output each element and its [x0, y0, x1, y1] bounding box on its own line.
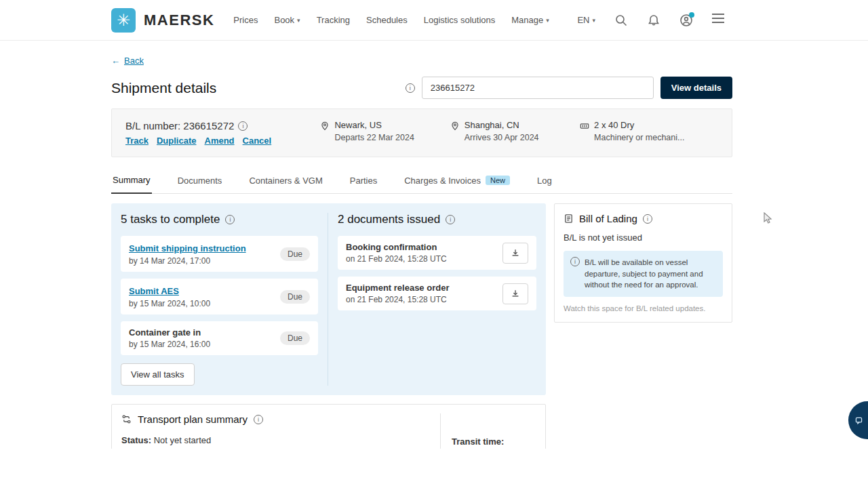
document-card: Booking confirmation on 21 Feb 2024, 15:… — [338, 236, 536, 270]
summary-panels: 5 tasks to complete i Submit shipping in… — [111, 203, 732, 395]
task-title: Container gate in — [129, 327, 210, 338]
main-nav: Prices Book▾ Tracking Schedules Logistic… — [233, 15, 549, 25]
notifications-bell-icon[interactable] — [647, 14, 660, 27]
track-link[interactable]: Track — [125, 136, 149, 146]
destination-date: Arrives 30 Apr 2024 — [465, 133, 539, 142]
document-clipboard-icon — [564, 214, 574, 224]
info-icon[interactable]: i — [254, 415, 263, 424]
main-content: ← Back Shipment details i View details B… — [0, 56, 868, 449]
chevron-down-icon: ▾ — [592, 17, 595, 24]
new-badge: New — [486, 176, 510, 185]
tasks-title: 5 tasks to complete — [121, 213, 220, 226]
brand-wordmark[interactable]: MAERSK — [144, 12, 214, 29]
status-value: Not yet started — [154, 435, 212, 445]
bl-number-column: B/L number: 236615272 i Track Duplicate … — [125, 120, 320, 146]
nav-item-book[interactable]: Book▾ — [274, 15, 300, 25]
duplicate-link[interactable]: Duplicate — [157, 136, 197, 146]
nav-item-prices[interactable]: Prices — [233, 15, 258, 25]
bol-status-text: B/L is not yet issued — [564, 232, 723, 243]
due-badge: Due — [280, 247, 310, 261]
location-pin-icon — [450, 120, 460, 146]
shipment-details-screen: ✳ MAERSK Prices Book▾ Tracking Schedules… — [0, 0, 868, 449]
transit-time-column: Transit time: 39 days — [440, 413, 545, 449]
task-link[interactable]: Submit shipping instruction — [129, 243, 246, 253]
document-date: on 21 Feb 2024, 15:28 UTC — [346, 254, 447, 264]
download-button[interactable] — [502, 243, 528, 264]
task-card: Submit shipping instruction by 14 Mar 20… — [121, 236, 318, 272]
tasks-column: 5 tasks to complete i Submit shipping in… — [111, 213, 328, 386]
back-arrow-icon: ← — [111, 56, 120, 66]
document-date: on 21 Feb 2024, 15:28 UTC — [346, 295, 449, 304]
back-row: ← Back — [111, 56, 732, 66]
tab-summary[interactable]: Summary — [111, 169, 152, 194]
destination-city: Shanghai, CN — [465, 120, 539, 130]
nav-item-manage[interactable]: Manage▾ — [511, 15, 549, 25]
cargo-equipment: 2 x 40 Dry — [594, 120, 684, 130]
task-due-date: by 15 Mar 2024, 16:00 — [129, 340, 210, 349]
info-icon[interactable]: i — [446, 215, 455, 224]
nav-item-tracking[interactable]: Tracking — [317, 15, 350, 25]
bol-info-text: B/L will be available on vessel departur… — [585, 257, 716, 291]
shipment-search-group: i View details — [406, 77, 732, 99]
task-card: Container gate in by 15 Mar 2024, 16:00 … — [121, 321, 318, 355]
download-button[interactable] — [502, 283, 528, 304]
back-link[interactable]: Back — [124, 56, 144, 66]
bol-footer-text: Watch this space for B/L related updates… — [564, 304, 723, 312]
tab-containers-vgm[interactable]: Containers & VGM — [248, 169, 323, 193]
document-card: Equipment release order on 21 Feb 2024, … — [338, 277, 536, 310]
origin-city: Newark, US — [334, 120, 414, 130]
tab-charges-invoices[interactable]: Charges & Invoices New — [403, 169, 511, 193]
document-title: Booking confirmation — [346, 242, 447, 252]
documents-column: 2 documents issued i Booking confirmatio… — [328, 213, 546, 386]
shipment-summary-bar: B/L number: 236615272 i Track Duplicate … — [111, 108, 732, 157]
transport-plan-title: Transport plan summary — [138, 413, 248, 425]
bl-number-text: B/L number: 236615272 — [125, 120, 234, 131]
bl-actions: Track Duplicate Amend Cancel — [125, 136, 320, 146]
cancel-link[interactable]: Cancel — [243, 136, 272, 146]
search-icon[interactable] — [614, 14, 628, 27]
task-due-date: by 14 Mar 2024, 17:00 — [129, 256, 246, 266]
info-icon: i — [570, 257, 580, 266]
location-pin-icon — [320, 120, 330, 146]
tab-parties[interactable]: Parties — [349, 169, 378, 193]
bol-title: Bill of Lading — [579, 213, 637, 224]
account-icon[interactable] — [679, 14, 693, 27]
document-title: Equipment release order — [346, 283, 449, 293]
nav-item-schedules[interactable]: Schedules — [366, 15, 408, 25]
title-row: Shipment details i View details — [111, 77, 732, 99]
header-actions: EN▾ — [577, 14, 726, 27]
origin-date: Departs 22 Mar 2024 — [334, 133, 414, 142]
bol-info-box: i B/L will be available on vessel depart… — [564, 251, 723, 297]
tasks-documents-panel: 5 tasks to complete i Submit shipping in… — [111, 203, 546, 395]
maersk-star-logo-icon[interactable]: ✳ — [111, 8, 136, 33]
task-link[interactable]: Submit AES — [129, 286, 179, 296]
origin-column: Newark, US Departs 22 Mar 2024 — [320, 120, 450, 146]
view-details-button[interactable]: View details — [660, 77, 732, 99]
info-icon[interactable]: i — [225, 215, 235, 224]
amend-link[interactable]: Amend — [205, 136, 235, 146]
download-icon — [511, 248, 520, 258]
info-icon[interactable]: i — [643, 214, 652, 224]
page-title: Shipment details — [111, 80, 216, 96]
chevron-down-icon: ▾ — [297, 17, 300, 24]
task-card: Submit AES by 15 Mar 2024, 10:00 Due — [121, 279, 318, 314]
info-icon[interactable]: i — [238, 121, 248, 131]
cargo-commodity: Machinery or mechani... — [594, 133, 684, 142]
tab-log[interactable]: Log — [536, 169, 553, 193]
destination-column: Shanghai, CN Arrives 30 Apr 2024 — [450, 120, 580, 146]
route-icon — [121, 414, 132, 424]
view-all-tasks-button[interactable]: View all tasks — [121, 363, 195, 386]
info-icon[interactable]: i — [406, 83, 415, 93]
shipment-number-input[interactable] — [422, 77, 654, 99]
transit-time-label: Transit time: — [452, 436, 545, 447]
documents-title: 2 documents issued — [338, 213, 440, 226]
tab-documents[interactable]: Documents — [176, 169, 224, 193]
download-icon — [511, 289, 520, 298]
detail-tabs: Summary Documents Containers & VGM Parti… — [111, 169, 732, 194]
hamburger-menu-icon[interactable] — [712, 14, 726, 27]
language-selector[interactable]: EN▾ — [577, 15, 595, 25]
status-label: Status: — [121, 435, 151, 445]
transport-plan-left: Transport plan summary i Status: Not yet… — [112, 413, 440, 449]
chevron-down-icon: ▾ — [546, 17, 549, 24]
nav-item-logistics-solutions[interactable]: Logistics solutions — [424, 15, 496, 25]
